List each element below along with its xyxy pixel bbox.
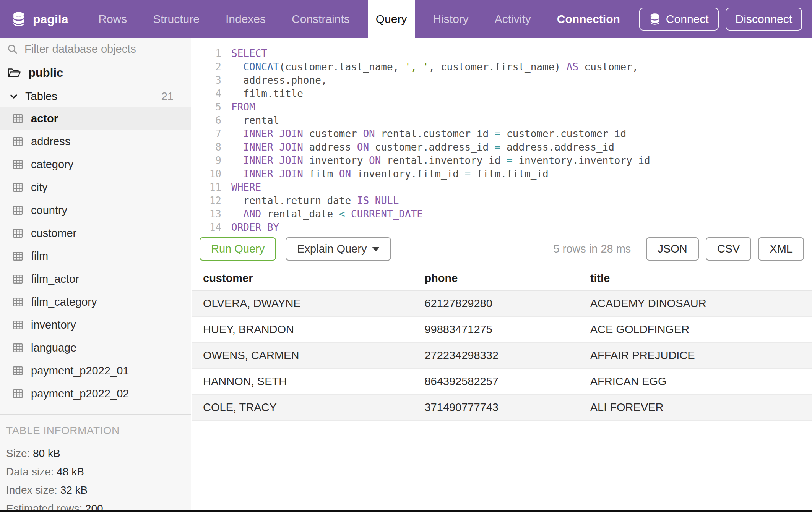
code-line: 6 rental: [192, 113, 812, 127]
tables-group-label: Tables: [25, 90, 57, 103]
code-token: =: [495, 128, 501, 139]
sidebar-group-tables[interactable]: Tables 21: [0, 86, 191, 107]
export-json-button[interactable]: JSON: [646, 237, 698, 261]
tab-activity[interactable]: Activity: [487, 0, 539, 38]
line-number: 12: [192, 195, 231, 206]
code-token: AS: [567, 61, 578, 73]
code-token: address: [303, 141, 357, 153]
table-row[interactable]: OWENS, CARMEN272234298332AFFAIR PREJUDIC…: [192, 342, 812, 368]
code-token: =: [507, 155, 513, 166]
main-panel: 1SELECT2 CONCAT(customer.last_name, ', '…: [192, 38, 812, 510]
table-cell: ACE GOLDFINGER: [579, 316, 812, 342]
table-cell: ACADEMY DINOSAUR: [579, 290, 812, 316]
table-item-label: city: [31, 181, 48, 194]
table-cell: COLE, TRACY: [192, 394, 413, 420]
results-header-row: customerphonetitle: [192, 266, 812, 290]
sidebar: public Tables 21 actoraddresscategorycit…: [0, 38, 191, 510]
export-xml-button[interactable]: XML: [758, 237, 804, 261]
code-token: [231, 208, 243, 220]
results-area: customerphonetitle OLVERA, DWAYNE6212782…: [192, 266, 812, 421]
code-line: 13 AND rental_date < CURRENT_DATE: [192, 207, 812, 220]
disconnect-button-label: Disconnect: [736, 13, 792, 26]
app-title: pagila: [33, 12, 68, 26]
sidebar-item-schema-public[interactable]: public: [0, 60, 191, 86]
code-line: 4 film.title: [192, 87, 812, 100]
code-token: [231, 141, 243, 153]
table-cell: HANNON, SETH: [192, 368, 413, 394]
tab-query[interactable]: Query: [368, 0, 415, 38]
code-line: 10 INNER JOIN film ON inventory.film_id …: [192, 167, 812, 180]
table-row[interactable]: COLE, TRACY371490777743ALI FOREVER: [192, 394, 812, 420]
app-brand: pagila: [0, 0, 68, 38]
table-information-panel: TABLE INFORMATION Size: 80 kBData size: …: [0, 414, 191, 512]
line-number: 13: [192, 208, 231, 220]
code-token: ', ': [405, 61, 429, 73]
export-csv-button[interactable]: CSV: [706, 237, 752, 261]
code-token: inventory.inventory_id: [513, 155, 650, 166]
folder-open-icon: [8, 67, 21, 79]
code-token: customer.customer_id: [500, 128, 626, 139]
code-token: ON: [357, 141, 369, 153]
table-grid-icon: [12, 365, 23, 376]
code-token: address.phone,: [231, 75, 327, 86]
table-row[interactable]: HANNON, SETH864392582257AFRICAN EGG: [192, 368, 812, 394]
code-token: CURRENT_DATE: [351, 208, 423, 220]
code-token: ORDER BY: [231, 222, 279, 232]
results-table: customerphonetitle OLVERA, DWAYNE6212782…: [192, 266, 812, 421]
schema-label: public: [28, 66, 63, 80]
code-line: 8 INNER JOIN address ON customer.address…: [192, 140, 812, 154]
table-row[interactable]: OLVERA, DWAYNE62127829280ACADEMY DINOSAU…: [192, 290, 812, 316]
tab-structure[interactable]: Structure: [145, 0, 208, 38]
code-line: 2 CONCAT(customer.last_name, ', ', custo…: [192, 60, 812, 73]
tab-constraints[interactable]: Constraints: [284, 0, 358, 38]
filter-input[interactable]: [24, 43, 184, 55]
code-token: rental: [231, 115, 279, 126]
filter-row: [0, 38, 191, 60]
tab-rows[interactable]: Rows: [90, 0, 135, 38]
code-token: INNER JOIN: [243, 141, 303, 153]
line-number: 9: [192, 155, 231, 166]
sidebar-item-inventory[interactable]: inventory: [0, 313, 191, 336]
sidebar-item-language[interactable]: language: [0, 336, 191, 359]
tab-indexes[interactable]: Indexes: [218, 0, 274, 38]
tab-history[interactable]: History: [425, 0, 476, 38]
run-query-button[interactable]: Run Query: [200, 237, 276, 261]
sidebar-item-city[interactable]: city: [0, 176, 191, 199]
sidebar-item-payment_p2022_01[interactable]: payment_p2022_01: [0, 359, 191, 382]
query-action-bar: Run Query Explain Query 5 rows in 28 ms …: [192, 232, 812, 266]
table-grid-icon: [12, 228, 23, 239]
table-cell: 371490777743: [413, 394, 578, 420]
table-grid-icon: [12, 159, 23, 170]
line-number: 11: [192, 181, 231, 193]
code-token: customer: [303, 128, 363, 139]
table-info-row: Index size: 32 kB: [6, 485, 183, 496]
disconnect-button[interactable]: Disconnect: [726, 8, 802, 31]
sidebar-item-customer[interactable]: customer: [0, 222, 191, 245]
sidebar-item-payment_p2022_02[interactable]: payment_p2022_02: [0, 382, 191, 405]
tab-connection[interactable]: Connection: [549, 0, 628, 38]
code-token: WHERE: [231, 181, 261, 193]
explain-query-button[interactable]: Explain Query: [286, 237, 391, 261]
table-grid-icon: [12, 113, 23, 124]
sidebar-item-country[interactable]: country: [0, 199, 191, 222]
sidebar-item-actor[interactable]: actor: [0, 107, 191, 130]
table-item-label: inventory: [31, 319, 76, 331]
sidebar-item-film[interactable]: film: [0, 245, 191, 267]
code-token: (customer.last_name,: [279, 61, 405, 73]
code-token: rental_date: [261, 208, 339, 220]
connect-button[interactable]: Connect: [639, 8, 719, 31]
table-grid-icon: [12, 251, 23, 262]
sidebar-item-category[interactable]: category: [0, 153, 191, 176]
sql-editor[interactable]: 1SELECT2 CONCAT(customer.last_name, ', '…: [192, 38, 812, 232]
table-item-label: address: [31, 135, 70, 148]
code-token: customer.address_id: [369, 141, 495, 153]
column-header-customer: customer: [192, 266, 413, 290]
code-token: SELECT: [231, 48, 267, 59]
sidebar-item-film_actor[interactable]: film_actor: [0, 267, 191, 290]
sidebar-item-film_category[interactable]: film_category: [0, 290, 191, 313]
search-icon: [7, 44, 18, 55]
table-item-label: country: [31, 204, 67, 217]
table-row[interactable]: HUEY, BRANDON99883471275ACE GOLDFINGER: [192, 316, 812, 342]
code-token: [231, 155, 243, 166]
sidebar-item-address[interactable]: address: [0, 130, 191, 153]
